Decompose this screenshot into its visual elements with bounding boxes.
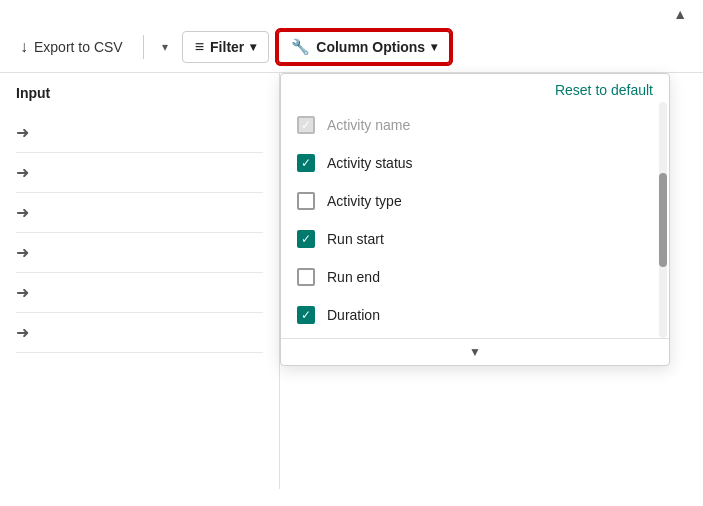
column-options-button[interactable]: 🔧 Column Options ▾ <box>277 30 451 64</box>
toolbar: ↓ Export to CSV ▾ ≡ Filter ▾ 🔧 Column Op… <box>0 22 703 73</box>
column-option-label-duration: Duration <box>327 307 380 323</box>
column-option-run-start[interactable]: ✓ Run start <box>281 220 669 258</box>
column-option-duration[interactable]: ✓ Duration <box>281 296 669 334</box>
checkbox-run-start[interactable]: ✓ <box>297 230 315 248</box>
reset-link-container: Reset to default <box>281 74 669 102</box>
checkmark-icon: ✓ <box>301 157 311 169</box>
list-item: ➜ <box>16 233 263 273</box>
chevron-icon: ▾ <box>162 40 168 54</box>
checkmark-icon: ✓ <box>301 309 311 321</box>
column-option-label-activity-name: Activity name <box>327 117 410 133</box>
toolbar-divider <box>143 35 144 59</box>
row-arrow-icon: ➜ <box>16 323 29 342</box>
column-option-label-run-end: Run end <box>327 269 380 285</box>
input-column-header: Input <box>16 85 263 101</box>
row-arrow-icon: ➜ <box>16 163 29 182</box>
filter-label: Filter <box>210 39 244 55</box>
checkmark-icon: ✓ <box>301 119 311 131</box>
list-item: ➜ <box>16 193 263 233</box>
export-chevron-button[interactable]: ▾ <box>156 36 174 58</box>
export-icon: ↓ <box>20 38 28 56</box>
column-option-activity-status[interactable]: ✓ Activity status <box>281 144 669 182</box>
checkmark-icon: ✓ <box>301 233 311 245</box>
reset-to-default-link[interactable]: Reset to default <box>555 82 653 98</box>
column-options-icon: 🔧 <box>291 38 310 56</box>
row-arrow-icon: ➜ <box>16 283 29 302</box>
checkbox-activity-status[interactable]: ✓ <box>297 154 315 172</box>
checkbox-run-end[interactable] <box>297 268 315 286</box>
column-option-run-end[interactable]: Run end <box>281 258 669 296</box>
checkbox-duration[interactable]: ✓ <box>297 306 315 324</box>
collapse-arrow-icon[interactable]: ▲ <box>673 6 687 22</box>
column-options-chevron-icon: ▾ <box>431 40 437 54</box>
export-csv-button[interactable]: ↓ Export to CSV <box>12 32 131 62</box>
column-option-activity-name[interactable]: ✓ Activity name <box>281 106 669 144</box>
left-panel: Input ➜ ➜ ➜ ➜ ➜ ➜ <box>0 73 280 489</box>
list-item: ➜ <box>16 113 263 153</box>
row-arrow-icon: ➜ <box>16 123 29 142</box>
list-item: ➜ <box>16 273 263 313</box>
list-item: ➜ <box>16 153 263 193</box>
export-csv-label: Export to CSV <box>34 39 123 55</box>
main-area: Input ➜ ➜ ➜ ➜ ➜ ➜ Reset to default ✓ <box>0 73 703 489</box>
column-option-label-run-start: Run start <box>327 231 384 247</box>
scroll-down-icon: ▼ <box>469 345 481 359</box>
scroll-down-arrow[interactable]: ▼ <box>281 338 669 365</box>
filter-button[interactable]: ≡ Filter ▾ <box>182 31 270 63</box>
column-options-list: ✓ Activity name ✓ Activity status Activi… <box>281 102 669 338</box>
column-option-label-activity-type: Activity type <box>327 193 402 209</box>
scrollbar-track <box>659 102 667 338</box>
filter-chevron-icon: ▾ <box>250 40 256 54</box>
column-options-dropdown: Reset to default ✓ Activity name ✓ Activ… <box>280 73 670 366</box>
list-item: ➜ <box>16 313 263 353</box>
row-arrow-icon: ➜ <box>16 203 29 222</box>
row-arrow-icon: ➜ <box>16 243 29 262</box>
filter-icon: ≡ <box>195 38 204 56</box>
column-option-activity-type[interactable]: Activity type <box>281 182 669 220</box>
checkbox-activity-type[interactable] <box>297 192 315 210</box>
scrollbar-thumb[interactable] <box>659 173 667 267</box>
column-options-label: Column Options <box>316 39 425 55</box>
column-option-label-activity-status: Activity status <box>327 155 413 171</box>
checkbox-activity-name[interactable]: ✓ <box>297 116 315 134</box>
